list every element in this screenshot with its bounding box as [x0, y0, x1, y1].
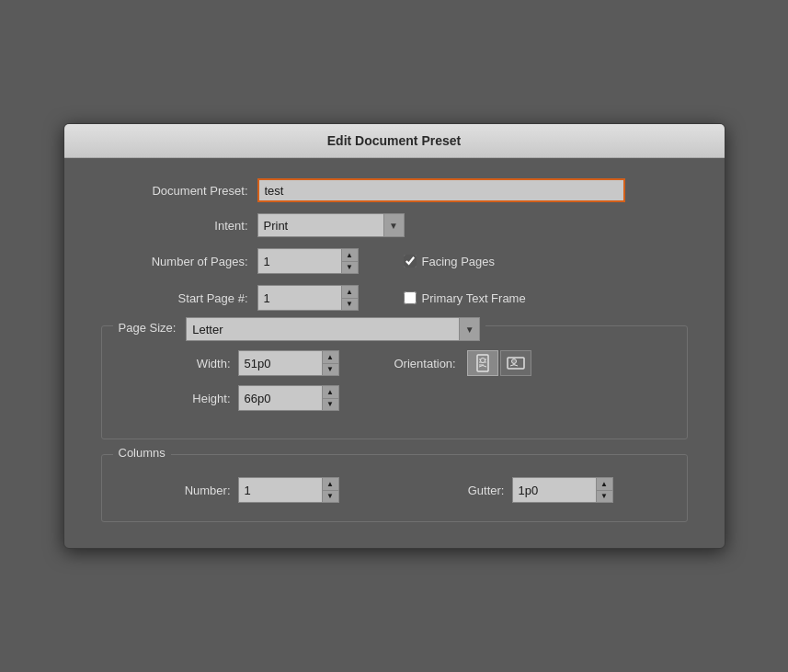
- columns-number-input[interactable]: [239, 478, 322, 502]
- width-down-button[interactable]: ▼: [323, 364, 338, 376]
- gutter-input[interactable]: [513, 478, 596, 502]
- width-spinner[interactable]: ▲ ▼: [238, 350, 339, 376]
- orientation-group: [467, 350, 531, 376]
- columns-legend: Columns: [113, 446, 171, 460]
- landscape-button[interactable]: [500, 350, 531, 376]
- dialog-body: Document Preset: Intent: Print Web Mobil…: [64, 158, 725, 548]
- num-pages-input[interactable]: [258, 249, 341, 273]
- facing-pages-section: Facing Pages: [385, 255, 688, 268]
- start-page-up-button[interactable]: ▲: [342, 286, 358, 299]
- columns-number-down-button[interactable]: ▼: [323, 491, 338, 503]
- height-spinner-buttons: ▲ ▼: [322, 386, 338, 410]
- gutter-spinner-buttons: ▲ ▼: [596, 478, 612, 502]
- facing-pages-label[interactable]: Facing Pages: [422, 255, 496, 268]
- columns-number-label: Number:: [120, 484, 231, 497]
- portrait-icon: [475, 354, 490, 372]
- columns-gutter-group: Gutter: ▲ ▼: [394, 477, 613, 503]
- start-page-primary-row: Start Page #: ▲ ▼ Primary Text Frame: [101, 285, 688, 311]
- width-spinner-buttons: ▲ ▼: [322, 351, 338, 375]
- height-down-button[interactable]: ▼: [323, 399, 338, 411]
- svg-rect-5: [508, 358, 524, 369]
- height-up-button[interactable]: ▲: [323, 386, 338, 399]
- height-input[interactable]: [239, 386, 322, 410]
- landscape-icon: [507, 356, 525, 370]
- dialog-title-bar: Edit Document Preset: [64, 124, 725, 158]
- intent-row: Intent: Print Web Mobile ▼: [101, 213, 688, 237]
- columns-section: Columns Number: ▲ ▼ Gutter:: [101, 454, 688, 522]
- columns-number-up-button[interactable]: ▲: [323, 478, 338, 491]
- height-spinner[interactable]: ▲ ▼: [238, 385, 339, 411]
- columns-number-group: Number: ▲ ▼: [120, 477, 339, 503]
- start-page-label: Start Page #:: [101, 291, 248, 305]
- svg-point-6: [511, 359, 516, 364]
- primary-text-frame-group: Primary Text Frame: [404, 291, 526, 305]
- page-size-section: Page Size: Letter Legal Tabloid A4 A3 Cu…: [101, 325, 688, 439]
- start-page-down-button[interactable]: ▼: [342, 299, 358, 311]
- orientation-label: Orientation:: [394, 357, 456, 370]
- intent-dropdown-arrow: ▼: [383, 214, 404, 236]
- num-pages-spinner[interactable]: ▲ ▼: [257, 248, 359, 274]
- num-pages-up-button[interactable]: ▲: [342, 249, 358, 262]
- columns-row: Number: ▲ ▼ Gutter: ▲: [120, 477, 668, 503]
- width-row: Width: ▲ ▼ Orientation:: [120, 350, 668, 376]
- document-preset-input[interactable]: [257, 178, 625, 202]
- width-input[interactable]: [239, 351, 322, 375]
- intent-label: Intent:: [101, 219, 248, 233]
- page-size-dropdown-arrow: ▼: [459, 318, 479, 340]
- columns-number-spinner[interactable]: ▲ ▼: [238, 477, 339, 503]
- intent-select-container[interactable]: Print Web Mobile ▼: [257, 213, 405, 237]
- svg-rect-0: [477, 355, 488, 371]
- num-pages-facing-row: Number of Pages: ▲ ▼ Facing Pages: [101, 248, 688, 274]
- page-size-select[interactable]: Letter Legal Tabloid A4 A3 Custom: [187, 318, 459, 340]
- start-page-spinner-buttons: ▲ ▼: [341, 286, 358, 310]
- num-pages-down-button[interactable]: ▼: [342, 262, 358, 274]
- document-preset-label: Document Preset:: [101, 184, 248, 198]
- page-size-legend: Page Size: Letter Legal Tabloid A4 A3 Cu…: [113, 317, 486, 341]
- height-label: Height:: [120, 392, 231, 405]
- page-size-select-container[interactable]: Letter Legal Tabloid A4 A3 Custom ▼: [186, 317, 480, 341]
- facing-pages-group: Facing Pages: [404, 255, 496, 268]
- num-pages-label: Number of Pages:: [101, 255, 248, 268]
- edit-document-preset-dialog: Edit Document Preset Document Preset: In…: [63, 123, 725, 549]
- gutter-spinner[interactable]: ▲ ▼: [512, 477, 613, 503]
- portrait-button[interactable]: [467, 350, 498, 376]
- start-page-input[interactable]: [258, 286, 341, 310]
- svg-point-4: [480, 359, 485, 363]
- primary-text-frame-section: Primary Text Frame: [385, 291, 688, 305]
- width-label: Width:: [120, 357, 231, 370]
- primary-text-frame-label[interactable]: Primary Text Frame: [422, 291, 526, 305]
- height-row: Height: ▲ ▼: [120, 385, 668, 411]
- facing-pages-checkbox[interactable]: [404, 255, 417, 268]
- gutter-down-button[interactable]: ▼: [597, 491, 612, 503]
- num-pages-section: Number of Pages: ▲ ▼: [101, 248, 385, 274]
- num-pages-spinner-buttons: ▲ ▼: [341, 249, 358, 273]
- width-up-button[interactable]: ▲: [323, 351, 338, 364]
- primary-text-frame-checkbox[interactable]: [404, 291, 417, 304]
- start-page-spinner[interactable]: ▲ ▼: [257, 285, 359, 311]
- start-page-section: Start Page #: ▲ ▼: [101, 285, 385, 311]
- intent-select[interactable]: Print Web Mobile: [258, 214, 383, 236]
- columns-gutter-label: Gutter:: [394, 484, 505, 497]
- dialog-title: Edit Document Preset: [327, 133, 461, 148]
- columns-number-spinner-buttons: ▲ ▼: [322, 478, 338, 502]
- document-preset-row: Document Preset:: [101, 178, 688, 202]
- gutter-up-button[interactable]: ▲: [597, 478, 612, 491]
